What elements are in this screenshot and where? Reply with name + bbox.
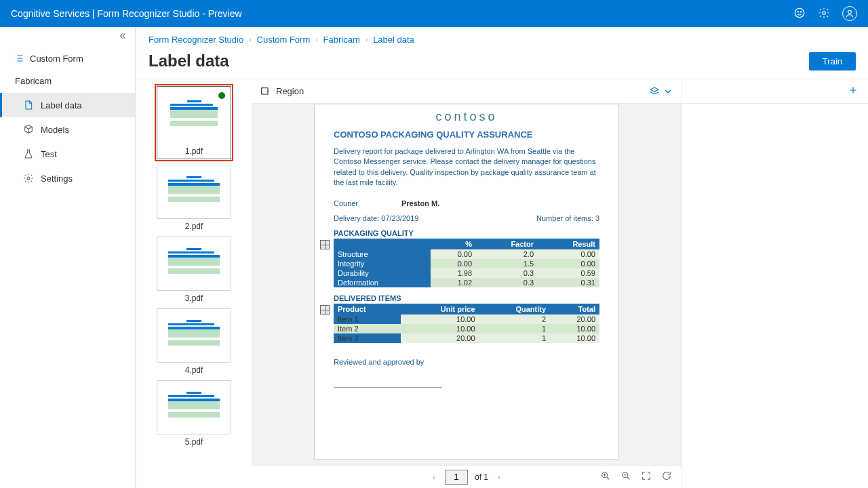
sidebar-item-settings[interactable]: Settings (0, 166, 135, 190)
chevron-right-icon: › (366, 36, 368, 43)
region-icon (260, 86, 271, 97)
region-tool[interactable]: Region (260, 86, 304, 97)
viewer: Region contoso CONTOSO PACKAGING QUALITY… (252, 79, 682, 488)
header-icons (793, 6, 857, 21)
list-icon (14, 53, 24, 64)
thumbnail-label: 3.pdf (185, 291, 203, 303)
main: Form Recognizer Studio› Custom Form› Fab… (136, 27, 868, 488)
di-title: DELIVERED ITEMS (334, 294, 599, 302)
flask-icon (23, 148, 34, 159)
user-icon[interactable] (842, 6, 857, 21)
labels-pane (682, 79, 868, 488)
svg-point-0 (795, 8, 804, 18)
thumbnail-label: 2.pdf (185, 219, 203, 231)
sidebar-item-models[interactable]: Models (0, 117, 135, 142)
num-items: Number of items: 3 (536, 214, 599, 222)
next-page[interactable]: › (495, 472, 503, 482)
thumbnail-label: 5.pdf (185, 434, 203, 447)
breadcrumb: Form Recognizer Studio› Custom Form› Fab… (136, 27, 868, 52)
app-title: Cognitive Services | Form Recognizer Stu… (11, 8, 242, 19)
sidebar-item-label-data[interactable]: Label data (0, 93, 135, 117)
sidebar-item-label: Settings (41, 174, 73, 184)
fit-icon[interactable] (641, 470, 652, 483)
cube-icon (23, 124, 34, 135)
add-label-button[interactable] (848, 85, 859, 98)
delivery-date: Delivery date: 07/23/2019 (334, 214, 418, 222)
thumbnail-label: 4.pdf (185, 363, 203, 375)
doc-title: CONTOSO PACKAGING QUALITY ASSURANCE (334, 129, 599, 140)
sidebar-section-label: Custom Form (30, 54, 83, 64)
reviewed-by: Reviewed and approved by (334, 358, 599, 366)
table-icon[interactable] (320, 305, 330, 314)
sidebar-project[interactable]: Fabricam (0, 69, 135, 93)
sidebar-item-label: Test (41, 149, 57, 159)
svg-point-1 (797, 11, 798, 12)
zoom-in-icon[interactable] (600, 470, 611, 483)
page-of: of 1 (475, 472, 488, 482)
gear-icon[interactable] (818, 7, 830, 21)
page-input[interactable] (445, 470, 468, 485)
svg-point-5 (27, 177, 30, 180)
thumbnail-item[interactable]: 5.pdf (157, 380, 231, 447)
sidebar-item-test[interactable]: Test (0, 142, 135, 166)
chevron-right-icon: › (315, 36, 317, 43)
document-icon (23, 100, 34, 110)
courier-label: Courier (334, 199, 381, 207)
sidebar-item-label: Models (41, 125, 69, 135)
viewer-footer: ‹ of 1 › (252, 465, 682, 488)
document-canvas[interactable]: contoso CONTOSO PACKAGING QUALITY ASSURA… (252, 104, 682, 465)
zoom-out-icon[interactable] (620, 470, 631, 483)
thumbnail-list[interactable]: 1.pdf2.pdf3.pdf4.pdf5.pdf (136, 79, 252, 488)
breadcrumb-item[interactable]: Fabricam (323, 35, 360, 45)
zoom-tools (600, 470, 672, 483)
pq-title: PACKAGING QUALITY (334, 229, 599, 237)
sidebar: Custom Form Fabricam Label data Models T… (0, 27, 136, 488)
svg-point-2 (801, 11, 802, 12)
done-indicator-icon (218, 92, 225, 99)
sidebar-section[interactable]: Custom Form (0, 47, 135, 69)
layers-dropdown[interactable] (649, 86, 673, 97)
delivered-items-table: ProductUnit priceQuantityTotalItem 110.0… (334, 304, 599, 343)
sidebar-item-label: Label data (41, 100, 82, 110)
svg-rect-6 (262, 87, 268, 94)
breadcrumb-item[interactable]: Label data (373, 35, 414, 45)
breadcrumb-item[interactable]: Form Recognizer Studio (149, 35, 243, 45)
prev-page[interactable]: ‹ (430, 472, 438, 482)
table-icon[interactable] (320, 240, 330, 249)
packaging-quality-table: %FactorResultStructure0.002.00.00Integri… (334, 239, 599, 287)
thumbnail-item[interactable]: 1.pdf (157, 86, 231, 159)
thumbnail-label: 1.pdf (185, 144, 203, 156)
thumbnail-item[interactable]: 3.pdf (157, 237, 231, 303)
svg-point-4 (848, 10, 852, 14)
svg-point-3 (823, 11, 826, 14)
feedback-icon[interactable] (793, 7, 806, 21)
thumbnail-item[interactable]: 2.pdf (157, 165, 231, 231)
train-button[interactable]: Train (809, 52, 856, 70)
chevron-down-icon (663, 86, 673, 97)
courier-value: Preston M. (401, 199, 439, 207)
breadcrumb-item[interactable]: Custom Form (257, 35, 311, 45)
document-page: contoso CONTOSO PACKAGING QUALITY ASSURA… (314, 104, 619, 460)
page-header: Label data Train (136, 52, 868, 79)
page-title: Label data (149, 52, 229, 70)
gear-icon (23, 173, 34, 184)
top-header: Cognitive Services | Form Recognizer Stu… (0, 0, 868, 27)
layers-icon (649, 86, 660, 97)
signature-line (334, 366, 442, 388)
thumbnail-item[interactable]: 4.pdf (157, 308, 231, 375)
doc-brand: contoso (334, 110, 599, 124)
rotate-icon[interactable] (661, 470, 672, 483)
chevron-right-icon: › (249, 36, 251, 43)
region-label: Region (276, 86, 304, 96)
doc-description: Delivery report for package delivered to… (334, 146, 599, 188)
sidebar-collapse[interactable] (0, 31, 135, 47)
viewer-toolbar: Region (252, 79, 682, 104)
